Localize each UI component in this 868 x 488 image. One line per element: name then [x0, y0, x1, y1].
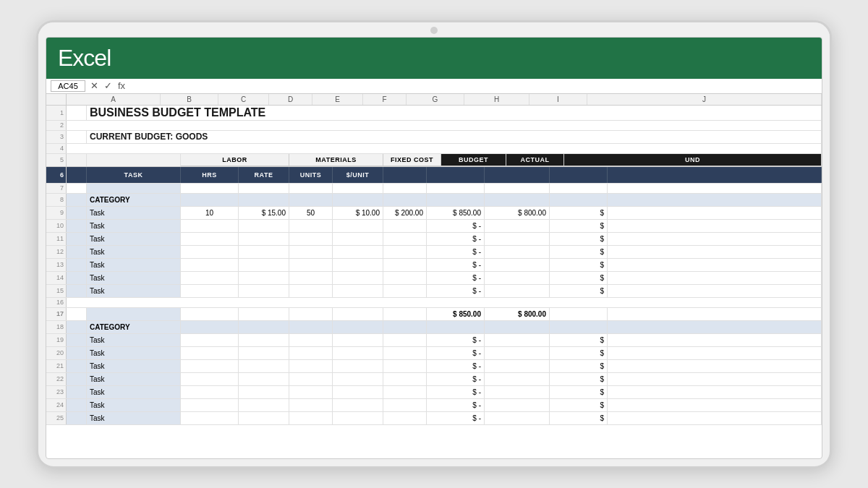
cell-19i[interactable]: [485, 334, 550, 346]
cell-8e[interactable]: [289, 194, 333, 206]
cell-24j-under[interactable]: $: [550, 399, 608, 411]
cell-24h-budget[interactable]: $ -: [427, 399, 485, 411]
cell-8g[interactable]: [383, 194, 427, 206]
cell-14k[interactable]: [608, 272, 822, 284]
cell-22k[interactable]: [608, 373, 822, 385]
cell-1a[interactable]: [67, 106, 87, 120]
cell-19d[interactable]: [239, 334, 289, 346]
cell-20j-under[interactable]: $: [550, 347, 608, 359]
cell-22i[interactable]: [485, 373, 550, 385]
formula-input[interactable]: [130, 85, 817, 87]
cell-12b-task[interactable]: Task: [87, 246, 181, 258]
category-label-2[interactable]: CATEGORY: [87, 321, 181, 333]
cell-subtitle[interactable]: CURRENT BUDGET: GOODS: [87, 131, 822, 143]
cell-24g[interactable]: [383, 399, 427, 411]
cell-19g[interactable]: [383, 334, 427, 346]
cell-23i[interactable]: [485, 386, 550, 398]
cell-2[interactable]: [67, 121, 822, 130]
cell-15g[interactable]: [383, 285, 427, 297]
cell-23h-budget[interactable]: $ -: [427, 386, 485, 398]
cell-19e[interactable]: [289, 334, 333, 346]
cell-15f[interactable]: [333, 285, 383, 297]
cell-11h-budget[interactable]: $ -: [427, 233, 485, 245]
cell-20i[interactable]: [485, 347, 550, 359]
cell-14f[interactable]: [333, 272, 383, 284]
cell-15d[interactable]: [239, 285, 289, 297]
cell-21h-budget[interactable]: $ -: [427, 360, 485, 372]
cell-10k[interactable]: [608, 220, 822, 232]
cell-14i[interactable]: [485, 272, 550, 284]
cell-13c[interactable]: [181, 259, 239, 271]
cell-15b-task[interactable]: Task: [87, 285, 181, 297]
cell-8k[interactable]: [608, 194, 822, 206]
cell-22j-under[interactable]: $: [550, 373, 608, 385]
cell-12j-under[interactable]: $: [550, 246, 608, 258]
cell-19j-under[interactable]: $: [550, 334, 608, 346]
cell-22e[interactable]: [289, 373, 333, 385]
cell-22f[interactable]: [333, 373, 383, 385]
cell-8f[interactable]: [333, 194, 383, 206]
cell-15e[interactable]: [289, 285, 333, 297]
cell-14c[interactable]: [181, 272, 239, 284]
cell-20f[interactable]: [333, 347, 383, 359]
cell-13j-under[interactable]: $: [550, 259, 608, 271]
cell-7c[interactable]: [181, 184, 239, 193]
cell-13g[interactable]: [383, 259, 427, 271]
cell-7k[interactable]: [608, 184, 822, 193]
cell-13e[interactable]: [289, 259, 333, 271]
cell-11i[interactable]: [485, 233, 550, 245]
cell-9e-units[interactable]: 50: [289, 207, 333, 219]
cell-23g[interactable]: [383, 386, 427, 398]
cell-25h-budget[interactable]: $ -: [427, 412, 485, 424]
cell-title[interactable]: BUSINESS BUDGET TEMPLATE: [87, 106, 822, 120]
cell-19f[interactable]: [333, 334, 383, 346]
cell-12i[interactable]: [485, 246, 550, 258]
cell-12h-budget[interactable]: $ -: [427, 246, 485, 258]
cell-25f[interactable]: [333, 412, 383, 424]
cell-24e[interactable]: [289, 399, 333, 411]
cell-10d[interactable]: [239, 220, 289, 232]
cell-7d[interactable]: [239, 184, 289, 193]
cell-22c[interactable]: [181, 373, 239, 385]
cell-7e[interactable]: [289, 184, 333, 193]
cell-25d[interactable]: [239, 412, 289, 424]
category-label-1[interactable]: CATEGORY: [87, 194, 181, 206]
cell-8j[interactable]: [550, 194, 608, 206]
cell-23f[interactable]: [333, 386, 383, 398]
cell-10e[interactable]: [289, 220, 333, 232]
cell-14e[interactable]: [289, 272, 333, 284]
cell-18j[interactable]: [550, 321, 608, 333]
cell-9j-under[interactable]: $: [550, 207, 608, 219]
cell-10h-budget[interactable]: $ -: [427, 220, 485, 232]
cell-14g[interactable]: [383, 272, 427, 284]
cell-15k[interactable]: [608, 285, 822, 297]
cell-9d-rate[interactable]: $ 15.00: [239, 207, 289, 219]
cell-13i[interactable]: [485, 259, 550, 271]
col-header-j[interactable]: J: [587, 94, 822, 105]
cell-12c[interactable]: [181, 246, 239, 258]
cell-4[interactable]: [67, 144, 822, 153]
cell-14b-task[interactable]: Task: [87, 272, 181, 284]
cell-20g[interactable]: [383, 347, 427, 359]
cell-9k[interactable]: [608, 207, 822, 219]
cell-23c[interactable]: [181, 386, 239, 398]
cell-25i[interactable]: [485, 412, 550, 424]
cell-25j-under[interactable]: $: [550, 412, 608, 424]
cell-18k[interactable]: [608, 321, 822, 333]
cancel-button[interactable]: ✕: [88, 80, 101, 91]
cell-21g[interactable]: [383, 360, 427, 372]
col-header-g[interactable]: G: [407, 94, 464, 105]
cell-18c[interactable]: [181, 321, 239, 333]
cell-14d[interactable]: [239, 272, 289, 284]
cell-21d[interactable]: [239, 360, 289, 372]
cell-8h[interactable]: [427, 194, 485, 206]
cell-21e[interactable]: [289, 360, 333, 372]
cell-3a[interactable]: [67, 131, 87, 143]
cell-9h-budget[interactable]: $ 850.00: [427, 207, 485, 219]
cell-25k[interactable]: [608, 412, 822, 424]
cell-18i[interactable]: [485, 321, 550, 333]
cell-23b-task[interactable]: Task: [87, 386, 181, 398]
cell-18h[interactable]: [427, 321, 485, 333]
cell-14h-budget[interactable]: $ -: [427, 272, 485, 284]
cell-12g[interactable]: [383, 246, 427, 258]
